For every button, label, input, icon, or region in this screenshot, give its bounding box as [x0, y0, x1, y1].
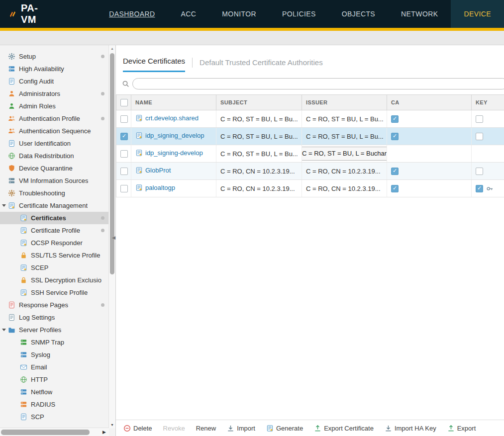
sidebar-item-radius[interactable]: RADIUS: [0, 398, 108, 411]
scroll-up-arrow-icon[interactable]: ▲: [109, 47, 115, 50]
sidebar-item-label: High Availability: [19, 65, 64, 73]
expand-caret-icon[interactable]: [2, 204, 6, 207]
sidebar-item-log-settings[interactable]: Log Settings: [0, 311, 108, 324]
select-all-header: [116, 95, 131, 110]
nav-item-monitor[interactable]: MONITOR: [209, 0, 269, 28]
nav-item-network[interactable]: NETWORK: [388, 0, 451, 28]
nav-item-policies[interactable]: POLICIES: [269, 0, 329, 28]
column-header-name[interactable]: NAME: [131, 95, 216, 110]
row-checkbox[interactable]: [120, 185, 128, 192]
table-row[interactable]: idp_signing-developC = RO, ST = BU, L = …: [116, 145, 504, 163]
sidebar-item-setup[interactable]: Setup: [0, 50, 108, 63]
table-row[interactable]: paloaltogpC = RO, CN = 10.2.3.19...C = R…: [116, 180, 504, 197]
sidebar-item-certificate-management[interactable]: Certificate Management: [0, 199, 108, 212]
column-header-subject[interactable]: SUBJECT: [216, 95, 302, 110]
sidebar-item-scep[interactable]: SCEP: [0, 262, 108, 274]
certificate-link[interactable]: crt.develop.shared: [145, 114, 199, 122]
certificate-name: crt.develop.shared: [135, 114, 199, 122]
row-checkbox[interactable]: [120, 150, 128, 158]
export-button[interactable]: Export: [442, 425, 482, 432]
sidebar-item-syslog[interactable]: Syslog: [0, 349, 108, 361]
sidebar-item-user-identification[interactable]: User Identification: [0, 137, 108, 150]
sidebar-item-administrators[interactable]: Administrators: [0, 87, 108, 100]
app-window: PA-VM DASHBOARDACCMONITORPOLICIESOBJECTS…: [0, 0, 504, 436]
sidebar-item-certificate-profile[interactable]: Certificate Profile: [0, 224, 108, 237]
sidebar-vscroll-thumb[interactable]: [110, 53, 114, 274]
sidebar-item-data-redistribution[interactable]: Data Redistribution: [0, 150, 108, 162]
nav-item-dashboard[interactable]: DASHBOARD: [96, 0, 168, 28]
row-checkbox[interactable]: [120, 115, 128, 123]
sidebar-item-config-audit[interactable]: Config Audit: [0, 75, 108, 87]
sidebar-item-admin-roles[interactable]: Admin Roles: [0, 100, 108, 112]
nav-item-acc[interactable]: ACC: [168, 0, 209, 28]
table-row[interactable]: idp_signing_developC = RO, ST = BU, L = …: [116, 128, 504, 145]
tab-default-trusted-certificate-authorities[interactable]: Default Trusted Certificate Authorities: [200, 58, 323, 72]
certificate-link[interactable]: idp_signing-develop: [145, 149, 203, 157]
certificate-name: idp_signing-develop: [135, 149, 203, 157]
sidebar-item-vm-information-sources[interactable]: VM Information Sources: [0, 174, 108, 187]
sidebar-item-server-profiles[interactable]: Server Profiles: [0, 324, 108, 336]
revoke-button[interactable]: Revoke: [158, 425, 191, 432]
sidebar-item-troubleshooting[interactable]: Troubleshooting: [0, 187, 108, 199]
row-checkbox[interactable]: [120, 168, 128, 175]
import-button[interactable]: Import: [221, 425, 261, 432]
search-input[interactable]: [132, 78, 504, 89]
column-header-ca[interactable]: CA: [387, 95, 472, 110]
sidebar-item-ssl-tls-service-profile[interactable]: SSL/TLS Service Profile: [0, 249, 108, 262]
name-cell-wrap: crt.develop.shared: [131, 110, 216, 128]
column-header-issuer[interactable]: ISSUER: [302, 95, 387, 110]
select-all-checkbox[interactable]: [120, 99, 128, 106]
sidebar-item-http[interactable]: HTTP: [0, 373, 108, 386]
sidebar-collapse-handle[interactable]: ◀: [112, 235, 115, 240]
ca-cell: [387, 180, 472, 197]
export-certificate-button[interactable]: Export Certificate: [308, 425, 379, 432]
scroll-right-arrow-icon[interactable]: ▶: [102, 430, 106, 435]
sidebar-item-certificates[interactable]: Certificates: [0, 212, 108, 224]
sidebar-item-netflow[interactable]: Netflow: [0, 386, 108, 398]
cert-icon: [20, 239, 27, 247]
sidebar-item-response-pages[interactable]: Response Pages: [0, 299, 108, 311]
sidebar-item-ocsp-responder[interactable]: OCSP Responder: [0, 237, 108, 249]
tab-device-certificates[interactable]: Device Certificates: [123, 57, 185, 72]
sidebar-item-authentication-sequence[interactable]: Authentication Sequence: [0, 125, 108, 137]
status-dot: [101, 92, 104, 95]
certificate-link[interactable]: paloaltogp: [145, 184, 175, 191]
certificate-link[interactable]: GlobProt: [145, 167, 171, 174]
status-dot: [101, 229, 104, 232]
table-row[interactable]: crt.develop.sharedC = RO, ST = BU, L = B…: [116, 110, 504, 128]
toolbar-button-label: Import HA Key: [395, 425, 436, 432]
row-checkbox[interactable]: [120, 133, 128, 140]
subject-cell: C = RO, CN = 10.2.3.19...: [216, 180, 302, 197]
sidebar-item-label: SCEP: [31, 264, 48, 271]
generate-button[interactable]: Generate: [261, 425, 308, 432]
scroll-down-arrow-icon[interactable]: ▼: [109, 423, 115, 427]
sidebar-item-authentication-profile[interactable]: Authentication Profile: [0, 112, 108, 125]
search-icon: [122, 80, 129, 87]
mail-icon: [20, 363, 27, 371]
sidebar-item-snmp-trap[interactable]: SNMP Trap: [0, 336, 108, 349]
key-cell: [476, 168, 504, 175]
sidebar-item-ssh-service-profile[interactable]: SSH Service Profile: [0, 286, 108, 299]
delete-button[interactable]: Delete: [118, 425, 158, 432]
table-row[interactable]: GlobProtC = RO, CN = 10.2.3.19...C = RO,…: [116, 163, 504, 180]
sidebar-item-high-availability[interactable]: High Availability: [0, 63, 108, 75]
nav-item-objects[interactable]: OBJECTS: [329, 0, 388, 28]
doc-icon: [8, 301, 15, 309]
certificate-link[interactable]: idp_signing_develop: [145, 132, 204, 139]
sidebar-horizontal-scrollbar[interactable]: ▶: [0, 428, 109, 436]
sidebar-hscroll-thumb[interactable]: [1, 430, 90, 435]
nav-item-device[interactable]: DEVICE: [451, 0, 504, 28]
sidebar-item-ssl-decryption-exclusio[interactable]: SSL Decryption Exclusio: [0, 274, 108, 286]
certificate-name: paloaltogp: [135, 184, 175, 191]
sidebar-item-email[interactable]: Email: [0, 361, 108, 373]
sidebar-item-scp[interactable]: SCP: [0, 411, 108, 423]
column-header-key[interactable]: KEY: [472, 95, 504, 110]
certificate-icon: [135, 149, 143, 157]
globe-icon: [20, 376, 27, 383]
renew-button[interactable]: Renew: [191, 425, 221, 432]
expand-caret-icon[interactable]: [2, 329, 6, 331]
tab-bar: Device Certificates Default Trusted Cert…: [116, 45, 504, 72]
sidebar-item-device-quarantine[interactable]: Device Quarantine: [0, 162, 108, 174]
ca-cell: [387, 110, 472, 128]
import-ha-key-button[interactable]: Import HA Key: [379, 425, 442, 432]
